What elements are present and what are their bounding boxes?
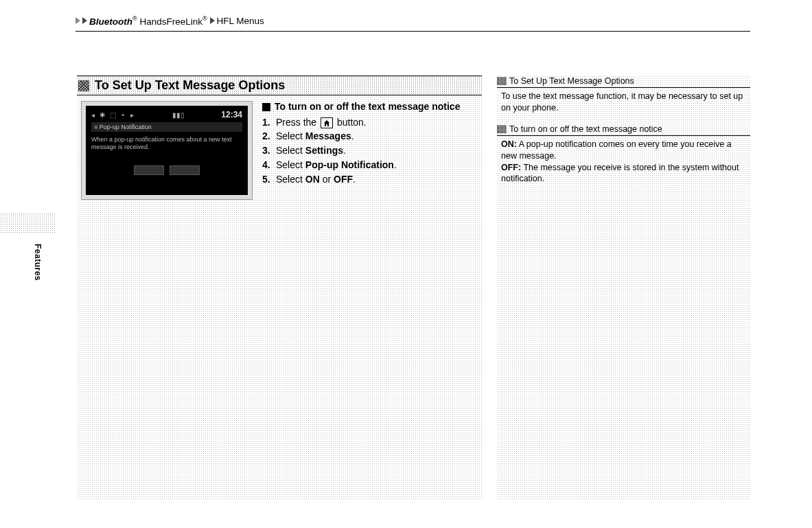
instruction-step: 1. Press the button.	[262, 116, 478, 129]
note-body: To use the text message function, it may…	[497, 88, 750, 114]
device-screenshot: ◂ ✱ ⬚ ⚬ ▸ ▮▮▯ 12:34 ≡ Pop-up Notificatio…	[81, 101, 253, 200]
device-button	[134, 165, 164, 175]
instructions-block: To turn on or off the text message notic…	[262, 101, 478, 200]
instruction-step: 2. Select Messages.	[262, 130, 478, 143]
breadcrumb-segment: HFL Menus	[217, 16, 264, 26]
note-title: To Set Up Text Message Options	[509, 76, 634, 86]
section-tab-label: Features	[33, 244, 43, 281]
side-spine-decoration	[0, 213, 55, 233]
section-title: To Set Up Text Message Options	[95, 78, 285, 93]
note-ref-icon	[497, 77, 507, 85]
breadcrumb-segment: Bluetooth® HandsFreeLink®	[89, 15, 207, 27]
section-heading: To Set Up Text Message Options	[77, 76, 482, 95]
note-title: To turn on or off the text message notic…	[509, 124, 662, 134]
note-ref-icon	[497, 125, 507, 133]
instruction-heading: To turn on or off the text message notic…	[262, 101, 478, 113]
sidebar-note: To Set Up Text Message Options To use th…	[497, 76, 750, 114]
device-clock: 12:34	[221, 110, 242, 119]
device-subheading: ≡ Pop-up Notification	[91, 122, 242, 132]
status-icons: ◂ ✱ ⬚ ⚬ ▸	[91, 111, 135, 119]
breadcrumb: Bluetooth® HandsFreeLink® HFL Menus	[76, 15, 750, 32]
instruction-step: 4. Select Pop-up Notification.	[262, 159, 478, 172]
device-body-text: When a pop-up notification comes about a…	[91, 136, 242, 152]
note-body: ON: A pop-up notification comes on every…	[497, 136, 750, 185]
chevron-right-icon	[76, 17, 80, 24]
device-button	[170, 165, 200, 175]
home-button-icon	[321, 117, 333, 128]
signal-icon: ▮▮▯	[172, 111, 185, 119]
chevron-right-icon	[210, 17, 215, 24]
instruction-step: 3. Select Settings.	[262, 144, 478, 157]
section-marker-icon	[78, 80, 89, 91]
square-marker-icon	[262, 103, 270, 111]
chevron-right-icon	[82, 17, 87, 24]
instruction-step: 5. Select ON or OFF.	[262, 173, 478, 186]
sidebar-note: To turn on or off the text message notic…	[497, 124, 750, 185]
